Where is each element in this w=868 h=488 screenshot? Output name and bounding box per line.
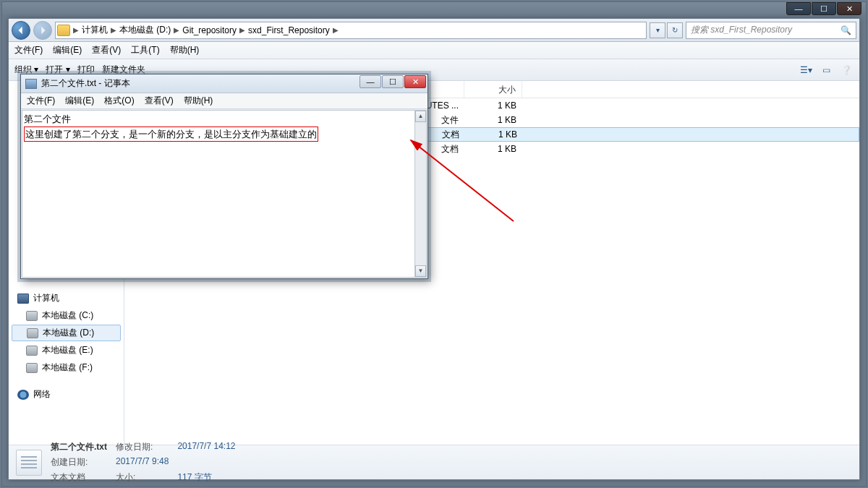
search-icon: 🔍 xyxy=(841,25,851,35)
tree-drive[interactable]: 本地磁盘 (D:) xyxy=(12,325,121,341)
nav-forward-button[interactable] xyxy=(33,21,52,40)
tree-drive[interactable]: 本地磁盘 (C:) xyxy=(12,307,121,324)
menu-edit[interactable]: 编辑(E) xyxy=(53,44,82,56)
scroll-up-icon[interactable]: ▲ xyxy=(415,111,426,122)
notepad-maximize-button[interactable]: ☐ xyxy=(382,75,404,88)
crumb-computer[interactable]: 计算机 xyxy=(80,24,109,36)
outer-maximize-button[interactable]: ☐ xyxy=(812,2,836,15)
tree-drive[interactable]: 本地磁盘 (E:) xyxy=(12,342,121,359)
tree-network[interactable]: 网络 xyxy=(12,386,121,403)
search-placeholder: 搜索 sxd_First_Repository xyxy=(691,24,792,36)
network-icon xyxy=(17,390,29,400)
tree-computer[interactable]: 计算机 xyxy=(12,290,121,307)
crumb-drive[interactable]: 本地磁盘 (D:) xyxy=(118,24,172,36)
np-menu-format[interactable]: 格式(O) xyxy=(104,95,134,107)
nav-back-button[interactable] xyxy=(12,21,30,40)
menu-tools[interactable]: 工具(T) xyxy=(131,44,159,56)
menu-file[interactable]: 文件(F) xyxy=(14,44,43,56)
notepad-line2-highlighted: 这里创建了第二个分支，是一个新的分支，是以主分支作为基础建立的 xyxy=(24,127,318,142)
details-pane: 第二个文件.txt 修改日期: 2017/7/7 14:12 创建日期: 201… xyxy=(9,445,859,479)
view-options-button[interactable]: ☰▾ xyxy=(799,64,813,77)
status-filename: 第二个文件.txt xyxy=(51,441,107,453)
help-button[interactable]: ❔ xyxy=(839,64,854,77)
computer-icon xyxy=(17,294,29,304)
crumb-folder-2[interactable]: sxd_First_Repository xyxy=(247,25,331,35)
outer-minimize-button[interactable]: — xyxy=(786,2,811,15)
preview-pane-button[interactable]: ▭ xyxy=(819,64,833,77)
drive-icon xyxy=(27,328,38,338)
notepad-close-button[interactable]: ✕ xyxy=(404,75,426,88)
search-input[interactable]: 搜索 sxd_First_Repository 🔍 xyxy=(686,22,856,39)
menu-view[interactable]: 查看(V) xyxy=(92,44,121,56)
notepad-title: 第二个文件.txt - 记事本 xyxy=(41,77,130,90)
np-menu-file[interactable]: 文件(F) xyxy=(27,95,55,107)
notepad-line1: 第二个文件 xyxy=(24,112,425,127)
drive-icon xyxy=(26,363,38,373)
drive-icon xyxy=(26,346,38,356)
folder-icon xyxy=(57,25,70,36)
refresh-button[interactable]: ↻ xyxy=(667,22,683,38)
file-type-icon xyxy=(16,450,42,476)
breadcrumb-dropdown-button[interactable]: ▾ xyxy=(650,22,665,38)
tree-drive[interactable]: 本地磁盘 (F:) xyxy=(12,359,121,376)
outer-titlebar: — ☐ ✕ xyxy=(2,2,866,17)
drive-icon xyxy=(26,311,38,321)
outer-close-button[interactable]: ✕ xyxy=(837,2,861,15)
np-menu-edit[interactable]: 编辑(E) xyxy=(65,95,94,107)
notepad-textarea[interactable]: 第二个文件 这里创建了第二个分支，是一个新的分支，是以主分支作为基础建立的 ▲ … xyxy=(22,110,427,278)
scroll-down-icon[interactable]: ▼ xyxy=(415,265,426,277)
crumb-folder-1[interactable]: Git_repository xyxy=(181,25,238,35)
notepad-menubar: 文件(F) 编辑(E) 格式(O) 查看(V) 帮助(H) xyxy=(21,93,427,109)
notepad-icon xyxy=(25,79,37,89)
np-menu-view[interactable]: 查看(V) xyxy=(145,95,174,107)
notepad-titlebar[interactable]: 第二个文件.txt - 记事本 — ☐ ✕ xyxy=(21,74,427,93)
np-menu-help[interactable]: 帮助(H) xyxy=(184,95,213,107)
breadcrumb[interactable]: ▶ 计算机 ▶ 本地磁盘 (D:) ▶ Git_repository ▶ sxd… xyxy=(55,22,647,39)
explorer-menubar: 文件(F) 编辑(E) 查看(V) 工具(T) 帮助(H) xyxy=(9,42,859,59)
notepad-minimize-button[interactable]: — xyxy=(359,75,381,88)
notepad-window: 第二个文件.txt - 记事本 — ☐ ✕ 文件(F) 编辑(E) 格式(O) … xyxy=(20,74,428,279)
notepad-scrollbar[interactable]: ▲ ▼ xyxy=(414,111,426,277)
menu-help[interactable]: 帮助(H) xyxy=(170,44,200,56)
